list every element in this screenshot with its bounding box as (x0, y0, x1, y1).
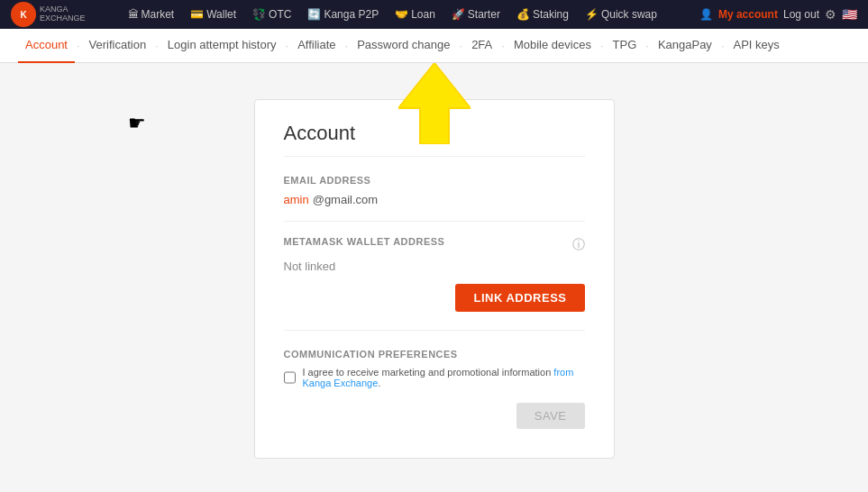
marketing-checkbox[interactable] (284, 371, 296, 384)
logo-text: KANGA EXCHANGE (40, 5, 86, 23)
top-nav: K KANGA EXCHANGE 🏛 Market 💳 Wallet 💱 OTC… (0, 0, 868, 29)
flag-icon[interactable]: 🇺🇸 (842, 7, 857, 22)
nav-2fa[interactable]: 2FA (464, 29, 499, 63)
nav-login-history[interactable]: Login attempt history (160, 29, 284, 63)
email-domain: @gmail.com (313, 193, 378, 206)
nav-wallet[interactable]: 💳 Wallet (183, 8, 243, 21)
nav-p2p[interactable]: 🔄 Kanga P2P (300, 8, 386, 21)
nav-quickswap[interactable]: ⚡ Quick swap (578, 8, 664, 21)
card-title: Account (284, 122, 585, 157)
marketing-checkbox-row: I agree to receive marketing and promoti… (284, 367, 585, 388)
link-btn-container: LINK ADDRESS (284, 284, 585, 312)
nav-verification[interactable]: Verification (82, 29, 154, 63)
comm-label: COMMUNICATION PREFERENCES (284, 349, 585, 360)
nav-kangapay[interactable]: KangaPay (651, 29, 719, 63)
nav-otc[interactable]: 💱 OTC (245, 8, 298, 21)
not-linked-text: Not linked (284, 260, 585, 273)
cursor-hand: ☛ (128, 112, 146, 135)
logo-icon: K (11, 2, 36, 27)
email-row: amin @gmail.com (284, 193, 585, 206)
nav-account[interactable]: Account (18, 29, 75, 63)
top-nav-links: 🏛 Market 💳 Wallet 💱 OTC 🔄 Kanga P2P 🤝 Lo… (86, 8, 699, 21)
metamask-header: METAMASK WALLET ADDRESS ⓘ (284, 236, 585, 254)
info-icon[interactable]: ⓘ (572, 237, 585, 253)
email-user: amin (284, 193, 309, 206)
top-nav-right: 👤 My account Log out ⚙ 🇺🇸 (699, 7, 857, 22)
metamask-label: METAMASK WALLET ADDRESS (284, 236, 445, 247)
nav-affiliate[interactable]: Affiliate (290, 29, 343, 63)
logout-link[interactable]: Log out (783, 8, 819, 21)
divider-1 (284, 221, 585, 222)
email-label: EMAIL ADDRESS (284, 175, 585, 186)
settings-icon[interactable]: ⚙ (825, 7, 836, 22)
save-button[interactable]: SAVE (516, 403, 585, 429)
nav-loan[interactable]: 🤝 Loan (388, 8, 443, 21)
nav-market[interactable]: 🏛 Market (121, 8, 182, 21)
nav-api-keys[interactable]: API keys (726, 29, 787, 63)
logo[interactable]: K KANGA EXCHANGE (11, 2, 86, 27)
nav-staking[interactable]: 💰 Staking (509, 8, 576, 21)
account-card: Account EMAIL ADDRESS amin @gmail.com ME… (254, 99, 615, 459)
my-account-link[interactable]: My account (718, 8, 778, 21)
nav-password-change[interactable]: Password change (350, 29, 457, 63)
nav-starter[interactable]: 🚀 Starter (444, 8, 507, 21)
nav-mobile-devices[interactable]: Mobile devices (507, 29, 598, 63)
secondary-nav: Account · Verification · Login attempt h… (0, 29, 868, 63)
nav-tpg[interactable]: TPG (606, 29, 644, 63)
link-address-button[interactable]: LINK ADDRESS (455, 284, 584, 312)
main-content: ☛ Account EMAIL ADDRESS amin @gmail.com … (0, 63, 868, 486)
comm-preferences-section: COMMUNICATION PREFERENCES I agree to rec… (284, 349, 585, 429)
marketing-label: I agree to receive marketing and promoti… (303, 367, 585, 388)
divider-2 (284, 330, 585, 331)
save-btn-container: SAVE (284, 403, 585, 429)
